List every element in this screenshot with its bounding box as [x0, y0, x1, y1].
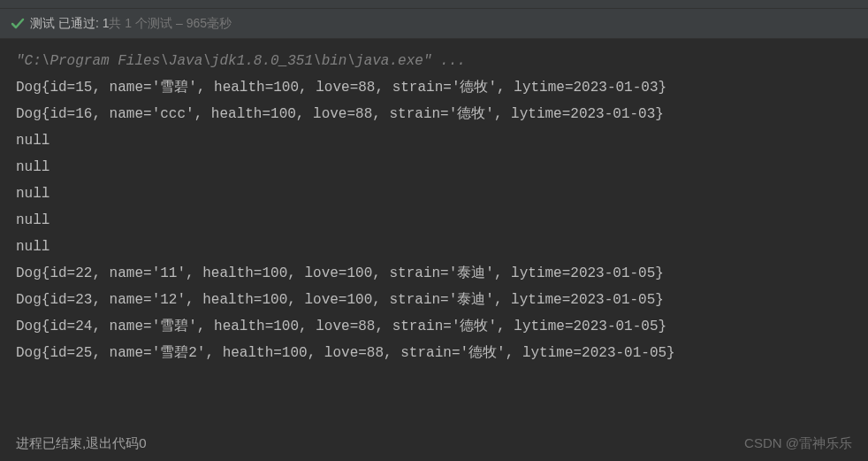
output-line: Dog{id=25, name='雪碧2', health=100, love=…	[16, 340, 852, 366]
output-line: Dog{id=22, name='11', health=100, love=1…	[16, 260, 852, 287]
output-line: null	[16, 234, 852, 260]
top-spacer	[0, 0, 868, 9]
check-icon	[11, 17, 25, 31]
output-line: null	[16, 154, 852, 181]
test-status-bar: 测试 已通过: 1共 1 个测试 – 965毫秒	[0, 9, 868, 39]
output-line: Dog{id=15, name='雪碧', health=100, love=8…	[16, 74, 852, 101]
output-line: Dog{id=16, name='ccc', health=100, love=…	[16, 101, 852, 127]
output-line: null	[16, 127, 852, 154]
console-lines-container: Dog{id=15, name='雪碧', health=100, love=8…	[16, 74, 852, 366]
separator: –	[176, 16, 183, 30]
output-line: null	[16, 181, 852, 207]
output-line: Dog{id=24, name='雪碧', health=100, love=8…	[16, 313, 852, 340]
total-count: 1	[125, 16, 132, 30]
exit-message: 进程已结束,退出代码0	[16, 435, 147, 452]
console-output[interactable]: "C:\Program Files\Java\jdk1.8.0_351\bin\…	[0, 39, 868, 375]
output-line: Dog{id=23, name='12', health=100, love=1…	[16, 287, 852, 313]
label-passed: 已通过:	[58, 16, 99, 30]
label-total-prefix: 共	[109, 16, 121, 30]
command-line: "C:\Program Files\Java\jdk1.8.0_351\bin\…	[16, 48, 852, 74]
output-line: null	[16, 207, 852, 234]
duration: 965毫秒	[187, 16, 232, 30]
label-tests: 个测试	[135, 16, 172, 30]
watermark: CSDN @雷神乐乐	[744, 435, 852, 452]
label-test: 测试	[30, 16, 55, 30]
footer: 进程已结束,退出代码0 CSDN @雷神乐乐	[0, 426, 868, 461]
status-text: 测试 已通过: 1共 1 个测试 – 965毫秒	[30, 16, 232, 32]
